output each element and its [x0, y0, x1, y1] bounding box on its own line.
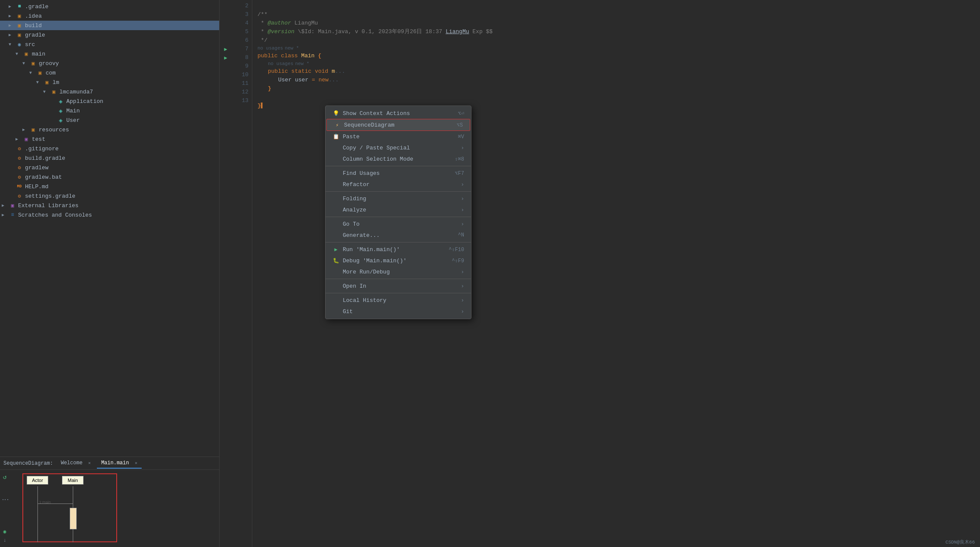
tab-welcome[interactable]: Welcome ✕ — [56, 458, 95, 469]
label-application: Application — [66, 98, 103, 105]
ctx-label-more-run: More Run/Debug — [343, 269, 390, 275]
ln-9: 9 — [232, 62, 248, 71]
run-arrow-icon-8[interactable]: ▶ — [224, 55, 227, 61]
label-idea: .idea — [25, 13, 42, 19]
sidebar: ▶ ■ .gradle ▶ ▣ .idea ▶ ▣ build ▶ ▣ grad… — [0, 0, 220, 547]
ctx-show-context-actions[interactable]: 💡 Show Context Actions ⌥⏎ — [326, 108, 471, 119]
tree-item-settingsgradle[interactable]: ⚙ settings.gradle — [0, 191, 219, 201]
label-src: src — [25, 41, 35, 48]
copy-paste-arrow: › — [461, 145, 464, 151]
brace-close-method: } — [268, 84, 271, 93]
ctx-git[interactable]: Git › — [326, 306, 471, 317]
tree-item-com[interactable]: ▼ ▣ com — [0, 68, 219, 78]
gutter-12 — [220, 88, 232, 96]
ctx-find-usages[interactable]: Find Usages ⌥F7 — [326, 168, 471, 179]
code-group-8: no usages new * public static void m ... — [257, 60, 975, 76]
status-bar: CSDN@良木66 — [851, 537, 980, 547]
local-history-arrow: › — [461, 297, 464, 304]
folder-icon-src: ◉ — [16, 40, 23, 48]
tree-item-main-file[interactable]: ◈ Main — [0, 106, 219, 115]
column-icon — [332, 155, 339, 162]
tree-item-helpmd[interactable]: MD HELP.md — [0, 182, 219, 191]
comment-author-star: * — [257, 19, 267, 28]
ctx-local-history[interactable]: Local History › — [326, 295, 471, 306]
pin-icon[interactable]: ◉ — [3, 528, 6, 535]
ctx-analyze[interactable]: Analyze › — [326, 204, 471, 215]
tree-item-application[interactable]: ◈ Application — [0, 96, 219, 106]
context-actions-icon: 💡 — [332, 110, 339, 117]
tree-item-main[interactable]: ▼ ▣ main — [0, 49, 219, 59]
ctx-run-main[interactable]: ▶ Run 'Main.main()' ^⇧F10 — [326, 244, 471, 255]
sequence-diagram-label: SequenceDiagram: — [3, 460, 53, 466]
ln-5: 5 — [232, 28, 248, 36]
ctx-more-run[interactable]: More Run/Debug › — [326, 266, 471, 277]
tree-item-test[interactable]: ▶ ▣ test — [0, 134, 219, 144]
ctx-paste[interactable]: 📋 Paste ⌘V — [326, 131, 471, 142]
tree-item-lmcamunda7[interactable]: ▼ ▣ lmcamunda7 — [0, 87, 219, 96]
context-menu: 💡 Show Context Actions ⌥⏎ ⚡ SequenceDiag… — [325, 106, 471, 319]
label-gradlewbat: gradlew.bat — [25, 174, 62, 180]
arrow-main: ▼ — [16, 52, 22, 56]
ctx-column-selection[interactable]: Column Selection Mode ⇧⌘8 — [326, 153, 471, 165]
tree-item-build[interactable]: ▶ ▣ build — [0, 21, 219, 30]
tab-main[interactable]: Main.main ✕ — [97, 458, 142, 469]
down-arrow-icon[interactable]: ↓ — [3, 538, 6, 544]
ctx-shortcut-run: ^⇧F10 — [449, 246, 464, 253]
gradle-icon-gradlew: ⚙ — [16, 164, 23, 171]
tree-item-gradlew[interactable]: ⚙ gradlew — [0, 163, 219, 172]
ctx-refactor[interactable]: Refactor › — [326, 179, 471, 190]
ctx-label-copy-paste: Copy / Paste Special — [343, 145, 410, 151]
line-numbers: 2 3 4 5 6 7 8 9 10 11 12 13 — [232, 0, 252, 547]
ln-8: 8 — [232, 53, 248, 62]
tree-item-lm[interactable]: ▼ ▣ lm — [0, 78, 219, 87]
tree-item-gradle[interactable]: ▶ ■ .gradle — [0, 2, 219, 11]
code-line-4: * @author LiangMu — [257, 19, 975, 28]
folder-icon-main: ▣ — [22, 50, 30, 58]
ln-12: 12 — [232, 88, 248, 96]
sep-6 — [326, 293, 471, 293]
gutter-10 — [220, 71, 232, 79]
close-welcome-tab[interactable]: ✕ — [88, 461, 91, 466]
ctx-debug-main[interactable]: 🐛 Debug 'Main.main()' ^⇧F9 — [326, 255, 471, 266]
ctx-shortcut-generate: ^N — [458, 232, 464, 238]
tree-item-gradlewbat[interactable]: ⚙ gradlew.bat — [0, 172, 219, 182]
tree-item-scratches[interactable]: ▶ ≡ Scratches and Consoles — [0, 210, 219, 220]
refresh-icon[interactable]: ↺ — [3, 473, 6, 481]
ctx-sequence-diagram[interactable]: ⚡ SequenceDiagram ⌥S — [326, 119, 470, 131]
label-test: test — [32, 136, 45, 143]
run-arrow-icon[interactable]: ▶ — [224, 46, 227, 53]
tree-item-idea[interactable]: ▶ ▣ .idea — [0, 11, 219, 21]
tree-item-resources[interactable]: ▶ ▣ resources — [0, 125, 219, 134]
label-gradlew: gradlew — [25, 165, 49, 171]
refactor-icon — [332, 181, 339, 188]
comment-author-name: LiangMu — [291, 19, 318, 28]
activation-box — [70, 508, 77, 529]
ctx-open-in[interactable]: Open In › — [326, 280, 471, 292]
comment-close: */ — [257, 36, 267, 45]
tree-item-user[interactable]: ◈ User — [0, 115, 219, 125]
tree-item-src[interactable]: ▼ ◉ src — [0, 40, 219, 49]
local-history-icon — [332, 297, 339, 304]
tree-item-groovy[interactable]: ▼ ▣ groovy — [0, 59, 219, 68]
tree-item-extlibs[interactable]: ▶ ▣ External Libraries — [0, 201, 219, 210]
ctx-folding[interactable]: Folding › — [326, 193, 471, 204]
ctx-goto[interactable]: Go To › — [326, 218, 471, 230]
ctx-label-folding: Folding — [343, 196, 366, 202]
tree-item-gradle2[interactable]: ▶ ▣ gradle — [0, 30, 219, 40]
java-icon-application: ◈ — [57, 97, 65, 105]
ctx-copy-paste-special[interactable]: Copy / Paste Special › — [326, 142, 471, 153]
ln-10: 10 — [232, 71, 248, 79]
ctx-generate[interactable]: Generate... ^N — [326, 230, 471, 241]
gutter-8: ▶ — [220, 53, 232, 62]
arrow-extlibs: ▶ — [2, 203, 9, 208]
tree-item-gitignore[interactable]: ⚙ .gitignore — [0, 144, 219, 153]
dots-icon[interactable]: ⋮ — [1, 496, 9, 503]
code-line-8b: public static void m ... — [257, 67, 975, 76]
method-name-m: m — [332, 67, 335, 76]
sep-3 — [326, 217, 471, 217]
arrow-lm: ▼ — [36, 80, 43, 85]
tree-item-buildgradle[interactable]: ⚙ build.gradle — [0, 153, 219, 163]
run-icon: ▶ — [332, 246, 339, 253]
close-main-tab[interactable]: ✕ — [135, 461, 137, 466]
ctx-shortcut-debug: ^⇧F9 — [452, 258, 464, 264]
